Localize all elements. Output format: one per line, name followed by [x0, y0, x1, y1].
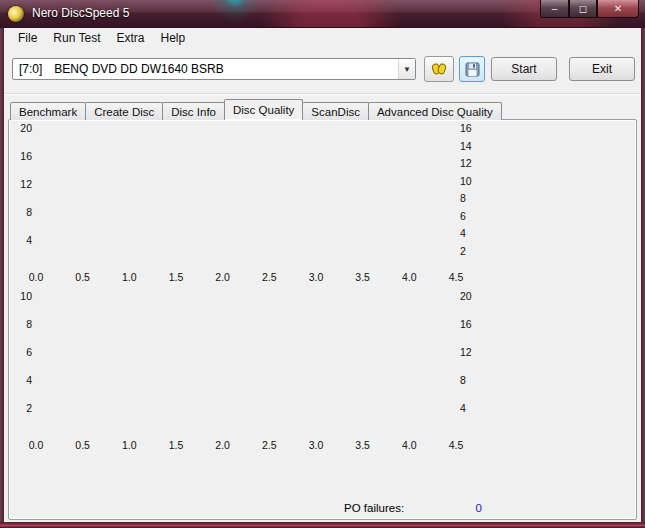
close-button[interactable]: ✕: [597, 0, 639, 18]
axis-tick-label: 4: [4, 374, 32, 386]
axis-tick-label: 4: [460, 402, 466, 414]
axis-tick-label: 16: [460, 122, 472, 134]
drive-id: [7:0]: [19, 62, 42, 76]
start-button[interactable]: Start: [491, 57, 557, 81]
toolbar-separator: [4, 93, 641, 95]
hands-icon: [430, 61, 448, 77]
axis-tick-label: 10: [4, 290, 32, 302]
toolbar: [7:0] BENQ DVD DD DW1640 BSRB ▼ Start Ex…: [4, 48, 641, 92]
tab-disc-info[interactable]: Disc Info: [162, 102, 225, 120]
axis-tick-label: 0.0: [22, 439, 50, 451]
axis-tick-label: 8: [4, 206, 32, 218]
maximize-button[interactable]: ◻: [569, 0, 597, 18]
axis-tick-label: 14: [460, 140, 472, 152]
po-failures-label: PO failures:: [344, 502, 404, 514]
exit-button[interactable]: Exit: [569, 57, 635, 81]
tab-create-disc[interactable]: Create Disc: [85, 102, 163, 120]
axis-tick-label: 4: [460, 227, 466, 239]
axis-tick-label: 16: [460, 318, 472, 330]
po-failures-row: PO failures: 0: [344, 502, 482, 514]
tab-benchmark[interactable]: Benchmark: [10, 102, 86, 120]
axis-tick-label: 1.5: [162, 271, 190, 283]
axis-tick-label: 20: [460, 290, 472, 302]
window-border-right: [641, 28, 645, 522]
axis-tick-label: 4.0: [395, 271, 423, 283]
po-failures-value: 0: [476, 502, 482, 514]
menu-extra[interactable]: Extra: [108, 29, 152, 47]
save-button[interactable]: [459, 56, 485, 82]
axis-tick-label: 8: [460, 374, 466, 386]
axis-tick-label: 1.0: [115, 439, 143, 451]
tab-strip: Benchmark Create Disc Disc Info Disc Qua…: [10, 100, 501, 120]
axis-tick-label: 2.0: [209, 271, 237, 283]
tab-scandisc[interactable]: ScanDisc: [302, 102, 369, 120]
window-border-bottom: [0, 522, 645, 528]
minimize-button[interactable]: –: [540, 0, 569, 18]
axis-tick-label: 1.5: [162, 439, 190, 451]
eject-options-button[interactable]: [424, 56, 454, 82]
axis-tick-label: 0.0: [22, 271, 50, 283]
axis-tick-label: 12: [460, 157, 472, 169]
axis-tick-label: 2: [4, 402, 32, 414]
axis-tick-label: 0.5: [69, 439, 97, 451]
tab-advanced-disc-quality[interactable]: Advanced Disc Quality: [368, 102, 502, 120]
app-window: Nero DiscSpeed 5 – ◻ ✕ File Run Test Ext…: [0, 0, 645, 528]
axis-tick-label: 3.5: [349, 271, 377, 283]
axis-tick-label: 2: [460, 245, 466, 257]
axis-tick-label: 4.0: [395, 439, 423, 451]
axis-tick-label: 10: [460, 175, 472, 187]
title-bar[interactable]: Nero DiscSpeed 5 – ◻ ✕: [0, 0, 645, 28]
axis-tick-label: 6: [460, 210, 466, 222]
window-border-left: [0, 28, 4, 522]
axis-tick-label: 1.0: [115, 271, 143, 283]
menu-bar: File Run Test Extra Help: [4, 28, 641, 48]
tab-disc-quality[interactable]: Disc Quality: [224, 99, 303, 120]
axis-tick-label: 2.0: [209, 439, 237, 451]
drive-name: BENQ DVD DD DW1640 BSRB: [54, 62, 223, 76]
menu-help[interactable]: Help: [153, 29, 194, 47]
window-title: Nero DiscSpeed 5: [32, 6, 129, 20]
axis-tick-label: 2.5: [255, 271, 283, 283]
axis-tick-label: 0.5: [69, 271, 97, 283]
save-icon: [465, 62, 480, 77]
axis-tick-label: 2.5: [255, 439, 283, 451]
menu-run-test[interactable]: Run Test: [45, 29, 108, 47]
axis-tick-label: 8: [4, 318, 32, 330]
axis-tick-label: 20: [4, 122, 32, 134]
tab-page-panel: [8, 119, 637, 520]
axis-tick-label: 4: [4, 234, 32, 246]
axis-tick-label: 12: [460, 346, 472, 358]
chevron-down-icon[interactable]: ▼: [398, 59, 415, 79]
axis-tick-label: 8: [460, 192, 466, 204]
drive-select[interactable]: [7:0] BENQ DVD DD DW1640 BSRB ▼: [12, 58, 416, 80]
axis-tick-label: 12: [4, 178, 32, 190]
axis-tick-label: 16: [4, 150, 32, 162]
axis-tick-label: 3.0: [302, 439, 330, 451]
app-icon: [8, 6, 24, 22]
axis-tick-label: 3.5: [349, 439, 377, 451]
axis-tick-label: 4.5: [442, 271, 470, 283]
axis-tick-label: 4.5: [442, 439, 470, 451]
menu-file[interactable]: File: [10, 29, 45, 47]
axis-tick-label: 6: [4, 346, 32, 358]
axis-tick-label: 3.0: [302, 271, 330, 283]
